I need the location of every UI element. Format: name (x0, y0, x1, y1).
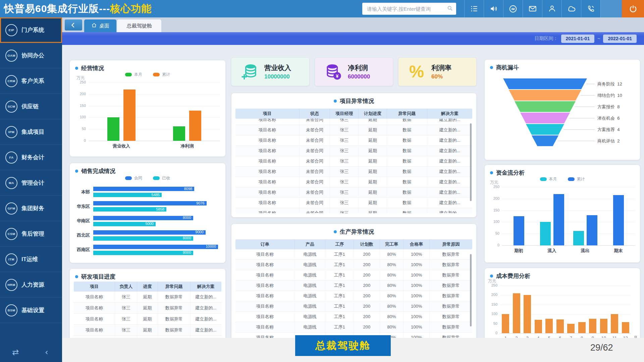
sidebar-item-label: 客户关系 (21, 77, 44, 85)
tab-ceo-cockpit[interactable]: 总裁驾驶舱 (117, 19, 161, 32)
bar-成本-12 (622, 322, 629, 333)
y-axis-tick: 0 (485, 331, 497, 335)
sidebar-item-eip[interactable]: EIP门户系统 (0, 17, 62, 43)
phone-icon[interactable] (581, 0, 600, 17)
y-axis-tick: 200 (487, 196, 499, 200)
table-cell: 未签合同 (300, 125, 330, 135)
sidebar-item-ipm[interactable]: IPM集成项目 (0, 119, 62, 145)
table-cell: 200 (354, 281, 380, 291)
table-cell: 项目名称 (235, 198, 300, 208)
table-row: 项目名称电源线工序120080%100%数据异常 (235, 260, 472, 270)
table-row: 项目名称张三延期数据异常建立新的... (74, 292, 221, 303)
y-axis-category: 西南区 (70, 247, 90, 253)
bar-累计-期末 (613, 195, 624, 245)
table-row: 项目名称张三延期数据异常建立新的... (74, 325, 221, 336)
speaker-icon[interactable] (484, 0, 503, 17)
date-from-picker[interactable]: 2021-01-01 (561, 35, 595, 43)
swap-arrows-icon[interactable]: ⇄ (0, 348, 31, 357)
tab-desktop[interactable]: 桌面 (84, 19, 116, 32)
sidebar-item-ma[interactable]: MA管理会计 (0, 170, 62, 196)
panel-production-exceptions: 生产异常情况 订单产品工序计划数完工率合格率异常原因项目名称电源线工序12008… (231, 224, 476, 338)
bar-成本-5 (545, 319, 553, 333)
kpi-label: 营业收入 (264, 63, 291, 72)
table-row: 项目名称未签合同张三延期数据建立新的... (235, 177, 472, 187)
gridline (89, 94, 220, 95)
table-scrollbar[interactable] (470, 254, 472, 326)
column-header: 合格率 (404, 239, 430, 249)
table-scrollbar[interactable] (470, 123, 472, 201)
column-header: 进度 (137, 282, 158, 292)
opportunity-funnel-chart: 商务阶段 12缔结合约 10方案报价 8潜在机会 6方案推荐 4商机评估 2 (485, 60, 640, 160)
table-row: 项目名称未签合同张三延期数据建立新的... (235, 125, 472, 135)
search-input[interactable] (366, 6, 446, 12)
table-cell: 未签合同 (300, 167, 330, 177)
sidebar-item-gfm[interactable]: GFM集团财务 (0, 196, 62, 221)
user-icon[interactable] (542, 0, 561, 17)
table-cell: 延期 (137, 325, 158, 336)
table-header-row: 项目状态项目经理计划进度异常问题解决方案 (235, 109, 472, 119)
gridline (500, 333, 631, 334)
table-row: 项目名称张三延期数据异常建立新的... (74, 303, 221, 314)
bar-成本-8 (578, 322, 586, 333)
sidebar-item-hrm[interactable]: HRM人力资源 (0, 272, 62, 298)
kpi-card-净利润: ¥净利润6000000 (315, 58, 393, 86)
x-axis-category: 净利润 (154, 143, 220, 149)
x-axis-category: 8 (577, 336, 588, 338)
sidebar-item-oam[interactable]: OAM协同办公 (0, 43, 62, 68)
search-icon[interactable] (446, 5, 453, 13)
sidebar-item-label: 协同办公 (21, 52, 44, 59)
sidebar-item-bsm[interactable]: BSM基础设置 (0, 298, 62, 323)
funnel-connector-line (558, 141, 595, 141)
table-cell: 张三 (115, 292, 137, 302)
kpi-label: 利润率 (431, 63, 451, 72)
table-cell: 数据 (387, 125, 427, 135)
table-cell: 项目名称 (235, 291, 295, 301)
table-cell: 张三 (330, 208, 359, 213)
back-button[interactable] (65, 19, 82, 31)
user-avatar-slot[interactable] (600, 0, 622, 17)
table-cell: 数据异常 (430, 291, 472, 301)
funnel-label: 潜在机会 6 (597, 115, 620, 121)
date-to-picker[interactable]: 2022-01-01 (603, 35, 637, 43)
bar-本月-流出 (573, 231, 584, 245)
collapse-sidebar-icon[interactable]: ‹ (31, 348, 62, 357)
home-icon (91, 22, 97, 29)
table-cell: 100% (404, 312, 430, 322)
menu-list-icon[interactable] (464, 0, 484, 17)
sidebar-item-itm[interactable]: ITMIT运维 (0, 247, 62, 272)
panel-opportunity-funnel: 商机漏斗 商务阶段 12缔结合约 10方案报价 8潜在机会 6方案推荐 4商机评… (485, 60, 640, 160)
x-axis-category: 期末 (602, 248, 635, 254)
sidebar-item-label: 售后管理 (21, 230, 44, 238)
y-axis-tick: 0 (487, 243, 499, 247)
sidebar-item-fa[interactable]: FA财务会计 (0, 145, 62, 170)
mail-icon[interactable] (523, 0, 542, 17)
funnel-layer-缔结合约 (509, 90, 581, 101)
gfm-module-icon: GFM (5, 202, 17, 215)
table-cell: 工序1 (325, 249, 354, 259)
table-cell: 数据异常 (158, 303, 191, 313)
table-cell: 电源线 (295, 249, 326, 259)
table-cell: 未签合同 (300, 119, 330, 125)
bar-value-label: 5858 (93, 207, 164, 211)
y-axis-tick: 50 (485, 321, 497, 325)
funnel-connector-line (575, 107, 595, 107)
table-cell: 项目名称 (235, 322, 295, 332)
cloud-icon[interactable] (561, 0, 581, 17)
power-button[interactable] (622, 0, 644, 17)
sidebar-item-crm[interactable]: CRM客户关系 (0, 68, 62, 94)
im-icon[interactable]: IM (503, 0, 523, 17)
legend-label: 累计 (577, 176, 585, 182)
top-header: 快普易60集成行业版---核心功能 IM (0, 0, 644, 17)
svg-text:IM: IM (512, 7, 515, 10)
sidebar-item-label: 供应链 (21, 103, 39, 110)
table-row: 项目名称电源线工序120080%100%数据异常 (235, 312, 472, 322)
y-axis-tick: 100 (487, 220, 499, 224)
sidebar-item-scm[interactable]: SCM供应链 (0, 94, 62, 119)
legend-swatch (125, 176, 132, 180)
sidebar-item-csm[interactable]: CSM售后管理 (0, 221, 62, 247)
funnel-layer-商务阶段 (503, 78, 587, 89)
table-cell: 建立新的... (191, 303, 221, 313)
column-header: 异常问题 (387, 109, 427, 119)
sidebar-item-label: 集成项目 (21, 128, 44, 136)
table-cell: 80% (380, 249, 404, 259)
